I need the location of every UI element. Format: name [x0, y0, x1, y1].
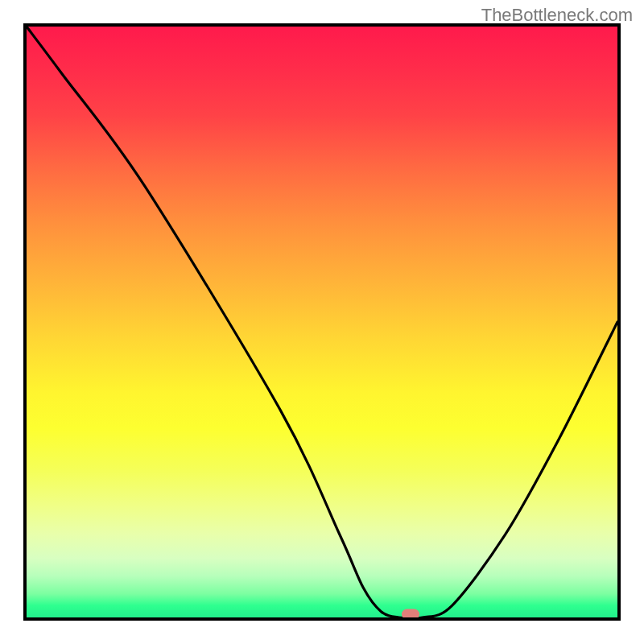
watermark-text: TheBottleneck.com [481, 5, 633, 26]
bottleneck-curve-path [27, 27, 617, 617]
chart-curve-svg [27, 27, 617, 617]
optimal-point-marker [402, 609, 419, 620]
chart-frame [23, 23, 621, 621]
